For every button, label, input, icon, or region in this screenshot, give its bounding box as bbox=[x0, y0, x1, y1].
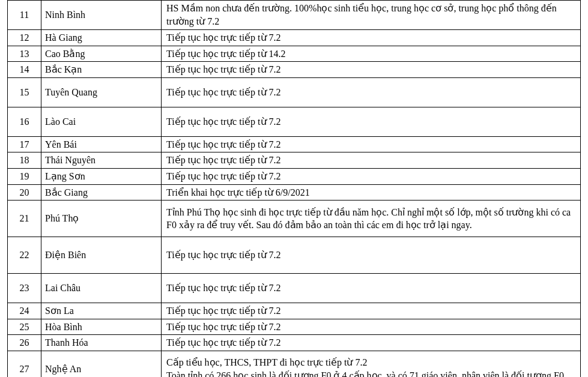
province-name: Bắc Giang bbox=[41, 184, 162, 201]
row-description: Tiếp tục học trực tiếp từ 7.2 bbox=[162, 319, 581, 335]
row-number: 25 bbox=[8, 319, 41, 335]
table-row: 12Hà Giang Tiếp tục học trực tiếp từ 7.2 bbox=[8, 30, 581, 46]
province-name: Yên Bái bbox=[41, 136, 162, 152]
row-number: 14 bbox=[8, 62, 41, 78]
province-name: Thanh Hóa bbox=[41, 335, 162, 351]
table-row: 15Tuyên Quang Tiếp tục học trực tiếp từ … bbox=[8, 77, 581, 107]
row-description: Tiếp tục học trực tiếp từ 7.2 bbox=[162, 107, 581, 136]
table-row: 25Hòa Bình Tiếp tục học trực tiếp từ 7.2 bbox=[8, 319, 581, 335]
row-number: 20 bbox=[8, 184, 41, 201]
row-number: 12 bbox=[8, 30, 41, 46]
schedule-table: 11Ninh BìnhHS Mầm non chưa đến trường. 1… bbox=[7, 0, 581, 377]
table-row: 18Thái Nguyên Tiếp tục học trực tiếp từ … bbox=[8, 152, 581, 169]
table-row: 14Bắc Kạn Tiếp tục học trực tiếp từ 7.2 bbox=[8, 62, 581, 78]
row-number: 13 bbox=[8, 46, 41, 62]
row-number: 17 bbox=[8, 136, 41, 152]
province-name: Điện Biên bbox=[41, 237, 162, 274]
province-name: Thái Nguyên bbox=[41, 152, 162, 169]
row-description: Cấp tiểu học, THCS, THPT đi học trực tiế… bbox=[162, 351, 581, 377]
row-number: 24 bbox=[8, 303, 41, 319]
province-name: Lạng Sơn bbox=[41, 168, 162, 184]
row-description: Tiếp tục học trực tiếp từ 7.2 bbox=[162, 303, 581, 319]
row-number: 27 bbox=[8, 351, 41, 377]
row-description: Tiếp tục học trực tiếp từ 7.2 bbox=[162, 77, 581, 107]
row-description: Tiếp tục học trực tiếp từ 7.2 bbox=[162, 62, 581, 78]
row-number: 21 bbox=[8, 201, 41, 237]
table-row: 22Điện Biên Tiếp tục học trực tiếp từ 7.… bbox=[8, 237, 581, 274]
row-description: Tiếp tục học trực tiếp từ 7.2 bbox=[162, 237, 581, 274]
province-name: Lào Cai bbox=[41, 107, 162, 136]
row-description: Tiếp tục học trực tiếp từ 7.2 bbox=[162, 152, 581, 169]
row-number: 26 bbox=[8, 335, 41, 351]
row-description: Tỉnh Phú Thọ học sinh đi học trực tiếp t… bbox=[162, 201, 581, 237]
table-row: 24Sơn La Tiếp tục học trực tiếp từ 7.2 bbox=[8, 303, 581, 319]
province-name: Ninh Bình bbox=[41, 1, 162, 30]
row-description: Tiếp tục học trực tiếp từ 7.2 bbox=[162, 30, 581, 46]
row-description: Tiếp tục học trực tiếp từ 7.2 bbox=[162, 136, 581, 152]
row-number: 23 bbox=[8, 274, 41, 303]
row-number: 15 bbox=[8, 77, 41, 107]
row-description: Tiếp tục học trực tiếp từ 7.2 bbox=[162, 274, 581, 303]
table-row: 11Ninh BìnhHS Mầm non chưa đến trường. 1… bbox=[8, 1, 581, 30]
province-name: Sơn La bbox=[41, 303, 162, 319]
province-name: Cao Bằng bbox=[41, 46, 162, 62]
table-row: 13Cao Bằng Tiếp tục học trực tiếp từ 14.… bbox=[8, 46, 581, 62]
province-name: Bắc Kạn bbox=[41, 62, 162, 78]
province-name: Lai Châu bbox=[41, 274, 162, 303]
row-description: Triển khai học trực tiếp từ 6/9/2021 bbox=[162, 184, 581, 201]
row-description: HS Mầm non chưa đến trường. 100%học sinh… bbox=[162, 1, 581, 30]
province-name: Tuyên Quang bbox=[41, 77, 162, 107]
table-row: 27Nghệ AnCấp tiểu học, THCS, THPT đi học… bbox=[8, 351, 581, 377]
province-name: Phú Thọ bbox=[41, 201, 162, 237]
row-number: 22 bbox=[8, 237, 41, 274]
row-description: Tiếp tục học trực tiếp từ 7.2 bbox=[162, 335, 581, 351]
table-row: 20Bắc GiangTriển khai học trực tiếp từ 6… bbox=[8, 184, 581, 201]
table-row: 26Thanh Hóa Tiếp tục học trực tiếp từ 7.… bbox=[8, 335, 581, 351]
row-number: 16 bbox=[8, 107, 41, 136]
page-container: 11Ninh BìnhHS Mầm non chưa đến trường. 1… bbox=[0, 0, 588, 377]
province-name: Hòa Bình bbox=[41, 319, 162, 335]
table-row: 19Lạng Sơn Tiếp tục học trực tiếp từ 7.2 bbox=[8, 168, 581, 184]
row-description: Tiếp tục học trực tiếp từ 14.2 bbox=[162, 46, 581, 62]
table-row: 21Phú ThọTỉnh Phú Thọ học sinh đi học tr… bbox=[8, 201, 581, 237]
table-row: 17Yên Bái Tiếp tục học trực tiếp từ 7.2 bbox=[8, 136, 581, 152]
row-number: 11 bbox=[8, 1, 41, 30]
row-number: 18 bbox=[8, 152, 41, 169]
row-number: 19 bbox=[8, 168, 41, 184]
province-name: Nghệ An bbox=[41, 351, 162, 377]
table-row: 16Lào Cai Tiếp tục học trực tiếp từ 7.2 bbox=[8, 107, 581, 136]
province-name: Hà Giang bbox=[41, 30, 162, 46]
table-row: 23Lai Châu Tiếp tục học trực tiếp từ 7.2 bbox=[8, 274, 581, 303]
row-description: Tiếp tục học trực tiếp từ 7.2 bbox=[162, 168, 581, 184]
